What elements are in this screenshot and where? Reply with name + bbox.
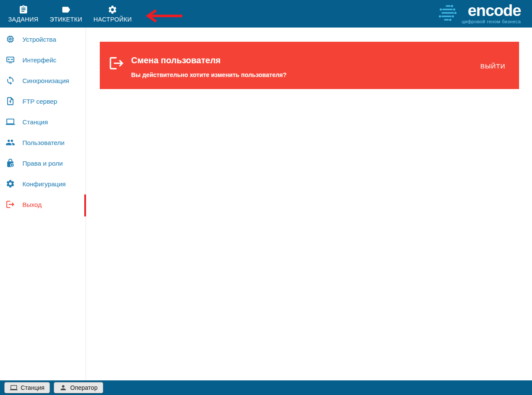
- main-tabs: ЗАДАНИЯ ЭТИКЕТКИ НАСТРОЙКИ: [0, 0, 137, 28]
- banner-message: Вы действительно хотите изменить пользов…: [131, 71, 286, 78]
- annotation-arrow-settings-tab: [145, 9, 183, 23]
- logo-tagline: цифровой геном бизнеса: [461, 19, 521, 24]
- users-icon: [6, 138, 15, 147]
- sidebar-item-users[interactable]: Пользователи: [0, 132, 86, 153]
- sidebar-item-rights-roles[interactable]: Права и роли: [0, 153, 86, 173]
- operator-chip[interactable]: Оператор: [54, 382, 103, 393]
- operator-chip-label: Оператор: [70, 384, 97, 391]
- annotation-marker-line: [84, 194, 86, 216]
- encode-logo-icon: [438, 4, 458, 24]
- label-icon: [61, 5, 71, 15]
- sidebar-item-label: Станция: [22, 118, 48, 126]
- gear-icon: [6, 179, 15, 188]
- sidebar-item-label: Устройства: [22, 36, 56, 43]
- clipboard-icon: [18, 5, 28, 15]
- sidebar-item-sync[interactable]: Синхронизация: [0, 70, 86, 91]
- person-icon: [59, 384, 67, 392]
- laptop-icon: [10, 384, 18, 392]
- sidebar-item-logout[interactable]: Выход: [0, 194, 86, 215]
- interface-monitor-icon: [6, 55, 15, 65]
- station-chip[interactable]: Станция: [4, 382, 50, 393]
- sidebar-item-label: Права и роли: [22, 160, 63, 167]
- user-change-banner: Смена пользователя Вы действительно хоти…: [100, 42, 519, 89]
- sidebar-item-label: Интерфейс: [22, 56, 56, 64]
- encode-logo: encode цифровой геном бизнеса: [438, 0, 532, 28]
- sidebar-item-label: Выход: [22, 201, 42, 208]
- content-area: Смена пользователя Вы действительно хоти…: [86, 28, 532, 380]
- status-bar: Станция Оператор: [0, 380, 532, 395]
- settings-sidebar: Устройства Интерфейс Синхронизация FTP с…: [0, 28, 86, 380]
- gear-icon: [108, 5, 117, 15]
- logo-wordmark: encode: [467, 3, 521, 18]
- banner-title: Смена пользователя: [131, 56, 221, 65]
- tab-settings-label: НАСТРОЙКИ: [93, 16, 132, 23]
- sidebar-item-label: FTP сервер: [22, 98, 57, 105]
- tab-labels[interactable]: ЭТИКЕТКИ: [44, 0, 88, 28]
- logout-button[interactable]: ВЫЙТИ: [480, 60, 506, 72]
- sidebar-item-label: Синхронизация: [22, 77, 69, 84]
- sync-icon: [6, 76, 15, 85]
- file-upload-icon: [6, 96, 15, 106]
- top-navigation-bar: ЗАДАНИЯ ЭТИКЕТКИ НАСТРОЙКИ encode цифров…: [0, 0, 532, 28]
- sidebar-item-devices[interactable]: Устройства: [0, 29, 86, 49]
- sidebar-item-configuration[interactable]: Конфигурация: [0, 173, 86, 194]
- logout-icon: [108, 55, 125, 71]
- tab-labels-label: ЭТИКЕТКИ: [49, 16, 82, 23]
- sidebar-item-station[interactable]: Станция: [0, 111, 86, 132]
- tab-tasks-label: ЗАДАНИЯ: [8, 16, 38, 23]
- sidebar-item-label: Пользователи: [22, 139, 65, 146]
- sidebar-item-ftp-server[interactable]: FTP сервер: [0, 91, 86, 111]
- chip-icon: [6, 34, 15, 44]
- laptop-icon: [6, 117, 15, 127]
- tab-tasks[interactable]: ЗАДАНИЯ: [3, 0, 44, 28]
- lock-badge-icon: [6, 158, 15, 168]
- sidebar-item-interface[interactable]: Интерфейс: [0, 49, 86, 70]
- sidebar-item-label: Конфигурация: [22, 180, 66, 188]
- station-chip-label: Станция: [21, 384, 44, 391]
- logout-icon: [6, 200, 15, 209]
- tab-settings[interactable]: НАСТРОЙКИ: [88, 0, 137, 28]
